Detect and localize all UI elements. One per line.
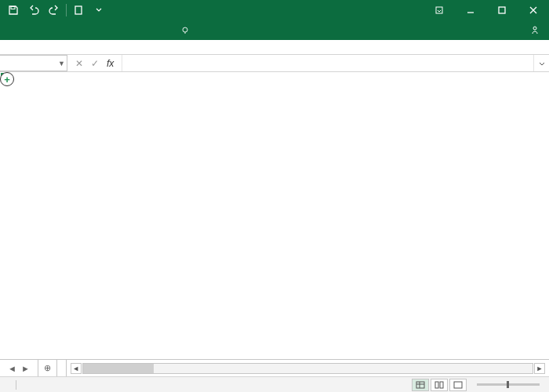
svg-rect-11 (435, 382, 438, 388)
tab-formulas[interactable] (80, 20, 99, 40)
cursor-icon (0, 72, 14, 86)
minimize-button[interactable] (455, 0, 486, 20)
tab-developer[interactable] (155, 20, 174, 40)
chevron-down-icon: ▼ (58, 60, 65, 67)
svg-rect-8 (416, 382, 424, 388)
formula-bar[interactable] (122, 55, 533, 71)
new-sheet-button[interactable]: ⊕ (38, 360, 57, 376)
tell-me[interactable] (174, 20, 199, 40)
scroll-track[interactable] (82, 363, 533, 374)
tab-insert[interactable] (42, 20, 61, 40)
name-box[interactable]: ▼ (0, 55, 67, 71)
window-controls (424, 0, 549, 20)
zoom-controls (467, 383, 549, 386)
view-page-layout-button[interactable] (431, 379, 448, 391)
quick-access-toolbar (0, 2, 112, 19)
sheet-next-button[interactable]: ► (21, 364, 30, 373)
lightbulb-icon (180, 26, 190, 35)
formula-expand-button[interactable] (533, 55, 549, 71)
sheet-nav: ◄ ► (0, 360, 38, 376)
svg-rect-0 (11, 7, 15, 9)
tab-view[interactable] (136, 20, 155, 40)
undo-button[interactable] (25, 2, 42, 19)
new-button[interactable] (70, 2, 87, 19)
ribbon-options-button[interactable] (424, 0, 455, 20)
sheet-tab-bar: ◄ ► ⊕ ◄ ► (0, 359, 549, 376)
maximize-button[interactable] (486, 0, 518, 20)
cancel-icon[interactable]: ✕ (75, 58, 83, 69)
enter-icon[interactable]: ✓ (91, 58, 99, 69)
view-page-break-button[interactable] (449, 379, 467, 391)
sheet-prev-button[interactable]: ◄ (8, 364, 16, 373)
save-button[interactable] (5, 2, 22, 19)
ribbon-collapsed-area (0, 40, 549, 55)
title-bar (0, 0, 549, 20)
share-button[interactable] (524, 20, 549, 40)
formula-buttons: ✕ ✓ fx (67, 55, 122, 71)
svg-rect-4 (499, 7, 505, 13)
tab-data[interactable] (99, 20, 118, 40)
svg-rect-13 (454, 382, 462, 388)
worksheet-grid[interactable] (0, 72, 549, 359)
zoom-slider[interactable] (477, 383, 540, 386)
view-normal-button[interactable] (412, 379, 429, 391)
share-icon (530, 26, 540, 35)
svg-rect-1 (75, 6, 82, 14)
svg-rect-12 (440, 382, 443, 388)
tab-home[interactable] (24, 20, 42, 40)
ribbon-tabs (0, 20, 549, 40)
fx-icon[interactable]: fx (107, 58, 114, 69)
horizontal-scrollbar[interactable]: ◄ ► (67, 360, 549, 376)
login-button[interactable] (505, 20, 524, 40)
scroll-thumb[interactable] (83, 364, 154, 373)
close-button[interactable] (518, 0, 549, 20)
scroll-right-button[interactable]: ► (534, 363, 545, 374)
tab-file[interactable] (5, 20, 24, 40)
status-bar (0, 376, 549, 392)
svg-rect-2 (436, 7, 442, 13)
tab-review[interactable] (118, 20, 136, 40)
qat-customize-button[interactable] (90, 2, 107, 19)
scroll-left-button[interactable]: ◄ (71, 363, 82, 374)
tab-page-layout[interactable] (61, 20, 80, 40)
formula-bar-row: ▼ ✕ ✓ fx (0, 55, 549, 72)
svg-point-5 (183, 27, 187, 32)
redo-button[interactable] (45, 2, 63, 19)
svg-point-7 (533, 27, 536, 30)
